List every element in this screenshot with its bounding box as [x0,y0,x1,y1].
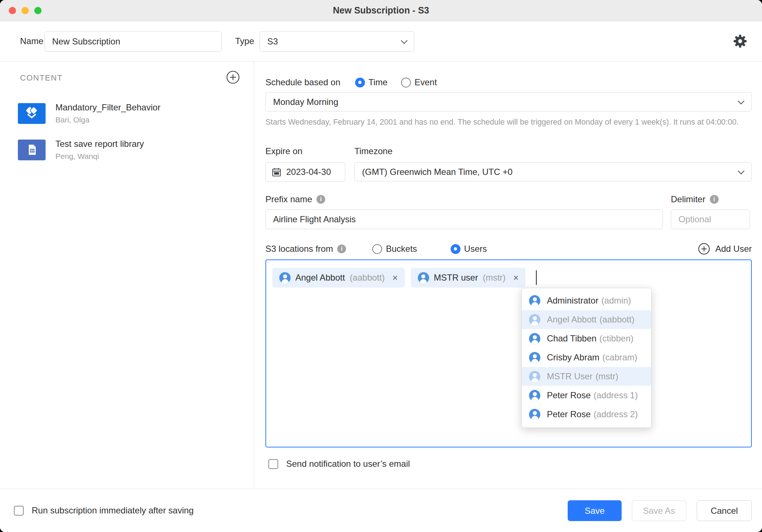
recipient-chip: Angel Abbott (aabbott) × [272,268,405,287]
schedule-select-value: Monday Morning [273,97,338,107]
user-option[interactable]: Administrator (admin) [522,291,651,310]
user-option: Angel Abbott (aabbott) [522,310,651,329]
user-avatar-icon [418,272,429,283]
expire-on-label: Expire on [265,146,302,156]
recipients-input-area[interactable]: Angel Abbott (aabbott) × MSTR user (mstr… [265,259,752,447]
user-option-username: (aabbott) [599,314,634,325]
content-item-report[interactable]: Test save report library Peng, Wanqi [18,137,243,163]
prefix-info-icon[interactable]: i [316,195,325,204]
delimiter-info-icon[interactable]: i [710,195,719,204]
user-option-username: (address 2) [594,409,638,419]
close-window-icon[interactable] [9,7,16,14]
run-immediately-row: Run subscription immediately after savin… [14,505,194,516]
plus-circle-icon [226,70,240,84]
content-item-text: Test save report library Peng, Wanqi [55,139,144,161]
user-option-username: (address 1) [594,390,638,400]
add-user-label: Add User [715,244,752,254]
name-input[interactable] [44,31,222,52]
user-option-name: MSTR User [547,371,592,382]
radio-event-label[interactable]: Event [415,77,437,87]
radio-buckets[interactable] [372,244,382,254]
user-option-username: (mstr) [595,371,618,382]
chip-name: Angel Abbott [295,273,345,283]
settings-button[interactable] [732,33,748,49]
content-item-owner: Bari, Olga [55,116,160,124]
user-option-name: Chad Tibben [547,333,596,344]
user-option-name: Angel Abbott [547,314,596,325]
send-notification-label[interactable]: Send notification to user’s email [286,459,410,469]
dossier-icon [18,103,46,124]
radio-time-label[interactable]: Time [369,77,388,87]
minimize-window-icon[interactable] [22,7,29,14]
user-option[interactable]: Chad Tibben (ctibben) [522,329,651,348]
save-as-button[interactable]: Save As [632,500,686,521]
add-content-button[interactable] [226,70,240,84]
add-user-button[interactable]: Add User [698,242,752,256]
user-option[interactable]: Peter Rose (address 1) [522,386,651,405]
timezone-label: Timezone [354,146,392,156]
prefix-name-input[interactable] [265,210,663,229]
text-cursor [536,270,537,285]
content-item-text: Mandatory_Filter_Behavior Bari, Olga [55,102,160,124]
remove-chip-icon[interactable]: × [392,273,398,282]
chip-username: (aabbott) [350,273,385,283]
run-immediately-label[interactable]: Run subscription immediately after savin… [32,505,194,516]
radio-users[interactable] [451,244,460,254]
new-subscription-dialog: New Subscription - S3 Name Type S3 [0,0,762,532]
chevron-down-icon [738,168,744,174]
user-avatar-icon [529,295,540,306]
user-option: MSTR User (mstr) [522,367,651,386]
zoom-window-icon[interactable] [34,7,42,14]
radio-event[interactable] [401,78,411,87]
content-item-name: Mandatory_Filter_Behavior [55,102,160,113]
s3-locations-info-icon[interactable]: i [337,245,346,253]
schedule-description: Starts Wednesday, February 14, 2001 and … [265,116,752,128]
window-title: New Subscription - S3 [333,5,429,16]
delimiter-input[interactable] [671,210,750,229]
prefix-name-label: Prefix name [265,194,312,204]
timezone-select[interactable]: (GMT) Greenwich Mean Time, UTC +0 [354,162,752,181]
s3-locations-label: S3 locations from [265,244,333,254]
radio-buckets-label[interactable]: Buckets [386,244,417,254]
content-item-dossier[interactable]: Mandatory_Filter_Behavior Bari, Olga [18,100,243,126]
user-avatar-icon [529,333,540,344]
subscription-form: Schedule based on Time Event Monday Morn… [254,62,762,489]
window-controls [9,7,42,14]
cancel-button[interactable]: Cancel [697,500,752,521]
run-immediately-checkbox[interactable] [14,506,24,516]
user-option-name: Administrator [547,296,598,306]
content-sidebar: CONTENT Mandatory_Filter_Behavior Bari, … [0,62,254,489]
radio-time[interactable] [355,78,365,87]
user-suggestions-dropdown: Administrator (admin) Angel Abbott (aabb… [521,288,652,428]
recipient-chip: MSTR user (mstr) × [411,268,526,287]
name-label: Name [20,36,43,46]
user-option[interactable]: Peter Rose (address 2) [522,405,651,424]
content-item-name: Test save report library [55,139,144,149]
remove-chip-icon[interactable]: × [513,273,519,282]
gear-icon [732,34,748,49]
prefix-name-labelrow: Prefix name i [265,194,325,204]
radio-users-label[interactable]: Users [464,244,487,254]
delimiter-labelrow: Delimiter i [671,194,719,204]
titlebar: New Subscription - S3 [0,0,762,21]
content-item-owner: Peng, Wanqi [55,152,144,161]
content-section-title: CONTENT [20,73,63,83]
user-option[interactable]: Crisby Abram (cabram) [522,348,651,367]
report-document-icon [18,140,46,160]
send-notification-checkbox[interactable] [268,459,278,469]
user-avatar-icon [529,352,540,363]
chip-name: MSTR user [434,273,478,283]
save-button[interactable]: Save [568,500,622,521]
s3-locations-row: S3 locations from i Buckets Users [265,242,487,256]
schedule-based-on-row: Schedule based on Time Event [265,76,437,89]
send-notification-row: Send notification to user’s email [268,459,410,469]
user-avatar-icon [529,409,540,420]
chip-username: (mstr) [483,273,506,283]
user-avatar-icon [529,314,540,325]
user-avatar-icon [279,272,291,283]
schedule-select[interactable]: Monday Morning [265,92,752,112]
user-option-name: Crisby Abram [547,352,599,363]
user-avatar-icon [529,390,540,401]
type-select[interactable]: S3 [260,31,414,52]
expire-date-picker[interactable]: 2023-04-30 [265,162,345,182]
